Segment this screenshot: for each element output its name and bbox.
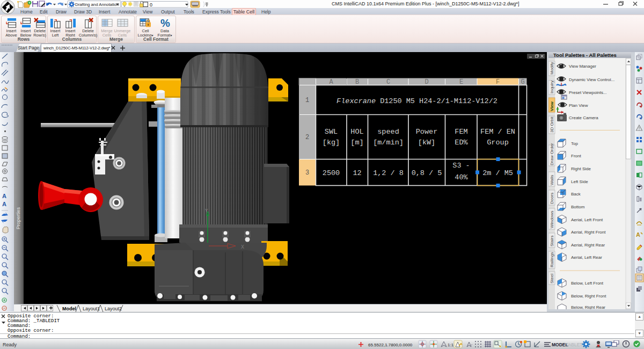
svg-text:HOL: HOL <box>350 128 363 136</box>
svg-text:Create Camera: Create Camera <box>569 115 598 120</box>
svg-text:A: A <box>2 193 6 199</box>
svg-text:View Manager: View Manager <box>569 64 596 69</box>
svg-text:Right Side: Right Side <box>571 166 591 171</box>
svg-text:3: 3 <box>305 169 309 177</box>
svg-text:%: % <box>160 18 170 28</box>
svg-text:1: 1 <box>305 97 309 104</box>
svg-text:A: A <box>636 231 640 238</box>
svg-text:Flexcrane D1250 M5 H24-2/1-M11: Flexcrane D1250 M5 H24-2/1-M112-V12/2 <box>336 97 497 105</box>
svg-text:12: 12 <box>353 169 361 177</box>
svg-text:Below, Left Front: Below, Left Front <box>571 281 604 286</box>
svg-text:[kW]: [kW] <box>418 139 435 147</box>
svg-text:[m]: [m] <box>350 139 363 147</box>
svg-text:[kg]: [kg] <box>323 139 340 147</box>
svg-text:[m/min]: [m/min] <box>373 139 404 147</box>
svg-text:1:1: 1:1 <box>448 343 454 347</box>
svg-text:Drafting and Annotation: Drafting and Annotation <box>75 2 119 7</box>
svg-text:A: A <box>2 201 6 207</box>
svg-text:Walls: Walls <box>550 175 554 185</box>
svg-text:Draw Order: Draw Order <box>550 143 554 165</box>
svg-text:Bottom: Bottom <box>571 205 585 209</box>
svg-text:Front: Front <box>571 154 581 158</box>
svg-text:Dynamic View Control...: Dynamic View Control... <box>569 77 614 82</box>
svg-text:Stairs: Stairs <box>550 236 554 246</box>
svg-text:Modify: Modify <box>550 62 554 75</box>
svg-text:View: View <box>550 101 554 111</box>
svg-text:speed: speed <box>377 128 399 136</box>
svg-text:65.5522,1.7800,0.0000: 65.5522,1.7800,0.0000 <box>368 343 413 347</box>
svg-text:Left Side: Left Side <box>571 179 588 184</box>
svg-text:Below, Right Rear: Below, Right Rear <box>571 305 605 309</box>
svg-text:Plan View: Plan View <box>569 103 588 108</box>
svg-text:2m / M5: 2m / M5 <box>482 169 513 177</box>
svg-text:Model: Model <box>62 306 76 311</box>
svg-text:Railings: Railings <box>550 252 554 267</box>
svg-text:FEM / EN: FEM / EN <box>480 128 515 136</box>
svg-text:Steel: Steel <box>550 274 554 283</box>
svg-text:2500: 2500 <box>323 169 340 177</box>
svg-text:Back: Back <box>571 192 581 197</box>
svg-text:Aerial, Right Front: Aerial, Right Front <box>571 230 606 235</box>
svg-text:Preset Viewpoints...: Preset Viewpoints... <box>569 90 607 95</box>
svg-text:ED%: ED% <box>455 139 468 147</box>
svg-text:Inquiry: Inquiry <box>550 81 554 93</box>
svg-text:3D Orbit: 3D Orbit <box>550 116 554 133</box>
svg-text:Below, Right Front: Below, Right Front <box>571 294 606 299</box>
svg-text:SWL: SWL <box>325 128 338 136</box>
svg-text:Group: Group <box>487 139 509 147</box>
svg-text:Y: Y <box>205 208 208 214</box>
svg-text:40%: 40% <box>455 173 468 181</box>
svg-text:FEM: FEM <box>455 128 467 136</box>
svg-text:0,8 / 5: 0,8 / 5 <box>412 169 442 177</box>
svg-text:Doors: Doors <box>550 193 554 204</box>
svg-text:Power: Power <box>416 128 438 136</box>
svg-text:X: X <box>241 244 244 250</box>
svg-text:0: 0 <box>150 2 152 8</box>
svg-text:1,2 / 8: 1,2 / 8 <box>373 169 404 177</box>
svg-text:Layout1: Layout1 <box>83 306 100 311</box>
svg-text:Aerial, Left Rear: Aerial, Left Rear <box>571 255 602 260</box>
svg-text:Aerial, Right Rear: Aerial, Right Rear <box>571 243 605 248</box>
svg-text:2: 2 <box>305 134 309 141</box>
svg-text:S3 -: S3 - <box>452 162 470 170</box>
svg-text:Layout2: Layout2 <box>105 306 122 311</box>
svg-text:TABLET: TABLET <box>566 342 583 347</box>
svg-text:Top: Top <box>571 141 578 146</box>
svg-text:Windows: Windows <box>550 211 554 228</box>
svg-text:Aerial, Left Front: Aerial, Left Front <box>571 217 603 222</box>
